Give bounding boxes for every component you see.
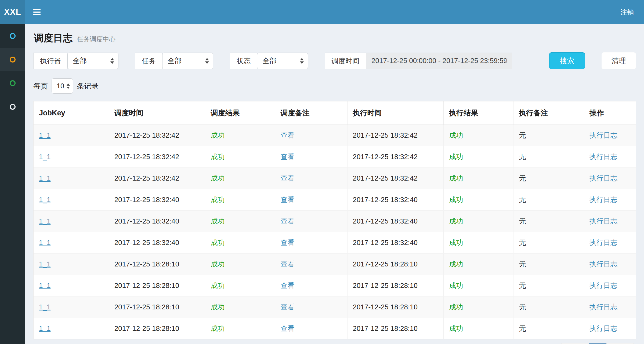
- per-page-suffix: 条记录: [77, 81, 99, 91]
- handle-time-cell-cell: 2017-12-25 18:32:42: [347, 125, 444, 146]
- trigger-result-text-cell: 成功: [205, 211, 275, 232]
- sidebar-item-3[interactable]: [0, 71, 25, 95]
- trigger-time-cell-cell: 2017-12-25 18:32:42: [109, 146, 205, 168]
- handle-result-text: 成功: [449, 324, 463, 332]
- jobkey-link[interactable]: 1_1: [39, 324, 50, 332]
- trigger-msg-link[interactable]: 查看: [281, 131, 295, 139]
- handle-msg-cell: 无: [519, 281, 526, 290]
- navbar: XXL 注销: [0, 0, 644, 24]
- handle-result-text: 成功: [449, 131, 463, 139]
- trigger-time-cell: 2017-12-25 18:32:40: [114, 217, 179, 225]
- jobkey-link-cell: 1_1: [34, 211, 109, 232]
- exec-log-link[interactable]: 执行日志: [589, 174, 617, 182]
- content-header: 调度日志 任务调度中心: [33, 24, 636, 45]
- jobkey-link[interactable]: 1_1: [39, 153, 50, 161]
- exec-log-link[interactable]: 执行日志: [589, 281, 617, 290]
- trigger-msg-link[interactable]: 查看: [281, 153, 295, 161]
- exec-log-link[interactable]: 执行日志: [589, 260, 617, 268]
- trigger-result-text: 成功: [211, 239, 225, 247]
- main-content: 调度日志 任务调度中心 执行器 全部 任务 全部 状态: [25, 24, 644, 344]
- exec-log-link-cell: 执行日志: [584, 254, 636, 275]
- trigger-result-text: 成功: [211, 196, 225, 204]
- job-filter-label: 任务: [135, 53, 162, 69]
- trigger-time-cell: 2017-12-25 18:32:40: [114, 196, 179, 204]
- jobkey-link[interactable]: 1_1: [39, 131, 50, 139]
- trigger-result-text: 成功: [211, 281, 225, 290]
- jobkey-link[interactable]: 1_1: [39, 196, 50, 204]
- job-select[interactable]: 全部: [162, 53, 213, 69]
- select-arrows-icon: [205, 58, 209, 64]
- time-range-input[interactable]: [366, 53, 512, 69]
- handle-result-text: 成功: [449, 303, 463, 311]
- trigger-msg-link-cell: 查看: [275, 232, 347, 254]
- handle-result-text: 成功: [449, 217, 463, 225]
- jobkey-link[interactable]: 1_1: [39, 303, 50, 311]
- trigger-time-cell-cell: 2017-12-25 18:32:40: [109, 211, 205, 232]
- sidebar-item-2[interactable]: [0, 48, 25, 71]
- executor-filter-label: 执行器: [33, 53, 68, 69]
- sidebar-toggle-button[interactable]: [33, 9, 41, 15]
- sidebar-item-1[interactable]: [0, 24, 25, 48]
- trigger-msg-link[interactable]: 查看: [281, 196, 295, 204]
- trigger-time-cell-cell: 2017-12-25 18:32:40: [109, 232, 205, 254]
- trigger-time-cell: 2017-12-25 18:32:42: [114, 131, 179, 139]
- handle-result-text-cell: 成功: [444, 211, 513, 232]
- handle-msg-cell: 无: [519, 303, 526, 311]
- per-page-control: 每页 10 条记录: [33, 78, 636, 94]
- trigger-msg-link[interactable]: 查看: [281, 303, 295, 311]
- status-select[interactable]: 全部: [257, 53, 308, 69]
- trigger-result-text-cell: 成功: [205, 146, 275, 168]
- jobkey-link[interactable]: 1_1: [39, 239, 50, 247]
- jobkey-link[interactable]: 1_1: [39, 281, 50, 290]
- log-table-body: 1_12017-12-25 18:32:42成功查看2017-12-25 18:…: [34, 125, 636, 339]
- table-row: 1_12017-12-25 18:32:40成功查看2017-12-25 18:…: [34, 232, 636, 254]
- handle-result-text-cell: 成功: [444, 275, 513, 297]
- logout-link[interactable]: 注销: [620, 8, 634, 17]
- trigger-result-text-cell: 成功: [205, 275, 275, 297]
- jobkey-link[interactable]: 1_1: [39, 217, 50, 225]
- exec-log-link[interactable]: 执行日志: [589, 217, 617, 225]
- filter-toolbar: 执行器 全部 任务 全部 状态 全部: [33, 52, 636, 69]
- trigger-result-text-cell: 成功: [205, 168, 275, 189]
- jobkey-link[interactable]: 1_1: [39, 260, 50, 268]
- handle-result-text: 成功: [449, 196, 463, 204]
- time-filter-group: 调度时间: [325, 53, 512, 69]
- jobkey-link[interactable]: 1_1: [39, 174, 50, 182]
- handle-time-cell-cell: 2017-12-25 18:28:10: [347, 318, 444, 339]
- app-logo[interactable]: XXL: [0, 0, 25, 24]
- trigger-result-text: 成功: [211, 303, 225, 311]
- handle-msg-cell-cell: 无: [513, 232, 584, 254]
- trigger-msg-link[interactable]: 查看: [281, 239, 295, 247]
- trigger-msg-link[interactable]: 查看: [281, 281, 295, 290]
- trigger-msg-link[interactable]: 查看: [281, 324, 295, 332]
- exec-log-link[interactable]: 执行日志: [589, 303, 617, 311]
- trigger-msg-link[interactable]: 查看: [281, 260, 295, 268]
- exec-log-link[interactable]: 执行日志: [589, 324, 617, 332]
- exec-log-link[interactable]: 执行日志: [589, 131, 617, 139]
- exec-log-link-cell: 执行日志: [584, 232, 636, 254]
- executor-select[interactable]: 全部: [67, 53, 118, 69]
- handle-msg-cell: 无: [519, 217, 526, 225]
- exec-log-link[interactable]: 执行日志: [589, 239, 617, 247]
- trigger-msg-link[interactable]: 查看: [281, 174, 295, 182]
- trigger-result-text: 成功: [211, 324, 225, 332]
- jobkey-link-cell: 1_1: [34, 275, 109, 297]
- per-page-select[interactable]: 10: [52, 78, 73, 94]
- executor-select-value: 全部: [73, 56, 87, 65]
- clear-button[interactable]: 清理: [602, 52, 636, 69]
- table-header-row: JobKey调度时间调度结果调度备注执行时间执行结果执行备注操作: [34, 101, 636, 125]
- jobkey-link-cell: 1_1: [34, 125, 109, 146]
- handle-msg-cell: 无: [519, 324, 526, 332]
- circle-o-icon: [10, 104, 16, 110]
- exec-log-link[interactable]: 执行日志: [589, 196, 617, 204]
- trigger-msg-link[interactable]: 查看: [281, 217, 295, 225]
- sidebar-item-4[interactable]: [0, 95, 25, 119]
- trigger-time-cell-cell: 2017-12-25 18:32:40: [109, 189, 205, 211]
- column-header-8: 操作: [584, 101, 636, 125]
- table-row: 1_12017-12-25 18:32:42成功查看2017-12-25 18:…: [34, 146, 636, 168]
- handle-result-text: 成功: [449, 260, 463, 268]
- handle-time-cell-cell: 2017-12-25 18:28:10: [347, 254, 444, 275]
- search-button[interactable]: 搜索: [549, 52, 585, 69]
- status-filter-label: 状态: [230, 53, 257, 69]
- exec-log-link[interactable]: 执行日志: [589, 153, 617, 161]
